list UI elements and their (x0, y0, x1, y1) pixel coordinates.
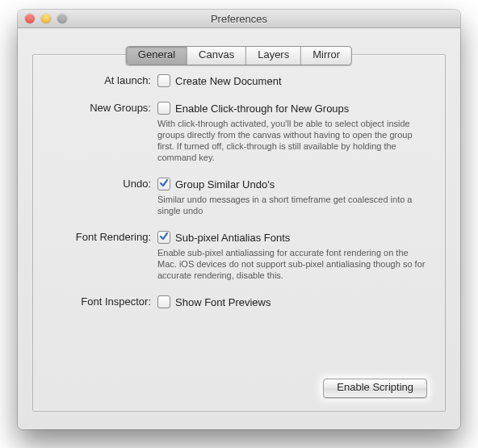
label-undo: Undo: (52, 178, 157, 216)
checkbox-label-create-new-document: Create New Document (175, 75, 282, 87)
row-font-rendering: Font Rendering: Sub-pixel Antialias Font… (52, 231, 426, 281)
checkbox-group-similar-undos[interactable] (157, 178, 170, 191)
enable-scripting-button[interactable]: Enable Scripting (323, 379, 427, 398)
checkbox-label-group-similar-undos: Group Similar Undo's (175, 178, 275, 191)
tab-layers[interactable]: Layers (246, 47, 301, 65)
checkbox-subpixel-antialias[interactable] (157, 231, 170, 244)
row-at-launch: At launch: Create New Document (52, 74, 426, 87)
checkbox-show-font-previews[interactable] (157, 295, 170, 308)
desc-new-groups: With click-through activated, you'll be … (157, 118, 426, 163)
tab-bar: General Canvas Layers Mirror (126, 46, 352, 65)
checkmark-icon (159, 178, 169, 188)
row-font-inspector: Font Inspector: Show Font Previews (52, 295, 426, 308)
checkbox-label-show-font-previews: Show Font Previews (175, 296, 271, 308)
checkbox-enable-click-through[interactable] (157, 102, 170, 115)
checkbox-label-subpixel-antialias: Sub-pixel Antialias Fonts (175, 232, 290, 244)
label-new-groups: New Groups: (52, 102, 157, 163)
titlebar: Preferences (18, 10, 460, 28)
label-font-inspector: Font Inspector: (52, 295, 157, 308)
zoom-icon[interactable] (57, 14, 67, 23)
settings-list: At launch: Create New Document New Group… (33, 55, 445, 324)
row-new-groups: New Groups: Enable Click-through for New… (52, 102, 426, 163)
close-icon[interactable] (25, 14, 35, 23)
checkbox-label-enable-click-through: Enable Click-through for New Groups (175, 103, 349, 115)
label-font-rendering: Font Rendering: (52, 231, 157, 281)
preferences-window: Preferences General Canvas Layers Mirror… (18, 10, 460, 429)
minimize-icon[interactable] (41, 14, 51, 23)
window-title: Preferences (18, 13, 460, 25)
content-pane: General Canvas Layers Mirror At launch: … (32, 54, 446, 412)
checkmark-icon (159, 232, 169, 241)
label-at-launch: At launch: (52, 74, 157, 87)
desc-undo: Similar undo messages in a short timefra… (157, 194, 426, 216)
checkbox-create-new-document[interactable] (157, 74, 170, 87)
row-undo: Undo: Group Similar Undo's Similar undo … (52, 178, 426, 216)
tab-general[interactable]: General (127, 47, 187, 65)
tab-mirror[interactable]: Mirror (301, 47, 351, 65)
window-controls (25, 14, 67, 23)
desc-font-rendering: Enable sub-pixel antialiassing for accur… (157, 247, 426, 281)
tab-canvas[interactable]: Canvas (187, 47, 246, 65)
